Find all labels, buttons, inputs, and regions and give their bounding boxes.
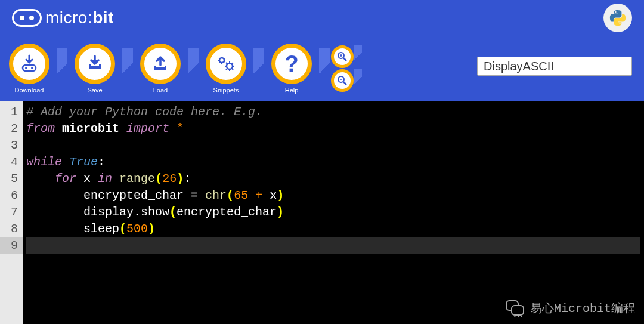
- divider: [319, 48, 330, 89]
- svg-line-12: [343, 58, 346, 61]
- help-label: Help: [285, 87, 299, 94]
- line-number: 8: [0, 221, 23, 237]
- line-number: 7: [0, 204, 23, 221]
- svg-rect-7: [154, 66, 156, 68]
- logo: micro:bit: [12, 8, 114, 27]
- divider: [188, 48, 199, 89]
- microbit-logo-icon: [12, 9, 42, 27]
- load-button[interactable]: Load: [140, 44, 181, 94]
- zoom-out-button[interactable]: [331, 69, 354, 92]
- divider: [122, 48, 133, 89]
- download-label: Download: [15, 87, 44, 94]
- toolbar: Download Save Load Snippets ? Help: [0, 36, 644, 101]
- code-editor[interactable]: 1 2 3 4 5 6 7 8 9 # Add your Python code…: [0, 101, 644, 324]
- snippets-button[interactable]: Snippets: [206, 44, 246, 94]
- download-button[interactable]: Download: [9, 44, 49, 94]
- load-label: Load: [153, 87, 168, 94]
- line-number: 9: [0, 237, 23, 254]
- svg-rect-4: [89, 64, 91, 67]
- line-number: 5: [0, 171, 23, 187]
- svg-rect-8: [165, 66, 166, 68]
- svg-line-16: [343, 82, 346, 85]
- line-number: 1: [0, 104, 23, 121]
- header: micro:bit: [0, 0, 644, 36]
- divider: [253, 48, 264, 89]
- watermark-text: 易心Microbit编程: [530, 301, 635, 317]
- zoom-controls: [331, 45, 362, 92]
- save-button[interactable]: Save: [75, 44, 115, 94]
- line-number: 6: [0, 187, 23, 204]
- snippets-label: Snippets: [213, 87, 239, 94]
- python-icon: [603, 4, 632, 32]
- line-number: 2: [0, 121, 23, 137]
- wechat-icon: •••: [504, 300, 525, 318]
- logo-text: micro:bit: [45, 8, 114, 27]
- svg-point-1: [25, 67, 27, 69]
- code-area[interactable]: # Add your Python code here. E.g. from m…: [23, 101, 644, 324]
- svg-rect-0: [23, 65, 36, 71]
- watermark: ••• 易心Microbit编程: [504, 300, 635, 318]
- svg-point-10: [227, 63, 233, 69]
- zoom-in-button[interactable]: [331, 45, 354, 68]
- svg-point-2: [31, 67, 33, 69]
- help-button[interactable]: ? Help: [271, 44, 312, 94]
- filename-input[interactable]: [477, 57, 632, 76]
- svg-rect-5: [99, 64, 101, 67]
- save-label: Save: [87, 87, 102, 94]
- line-gutter: 1 2 3 4 5 6 7 8 9: [0, 101, 23, 324]
- divider: [57, 48, 67, 89]
- line-number: 3: [0, 137, 23, 154]
- line-number: 4: [0, 154, 23, 171]
